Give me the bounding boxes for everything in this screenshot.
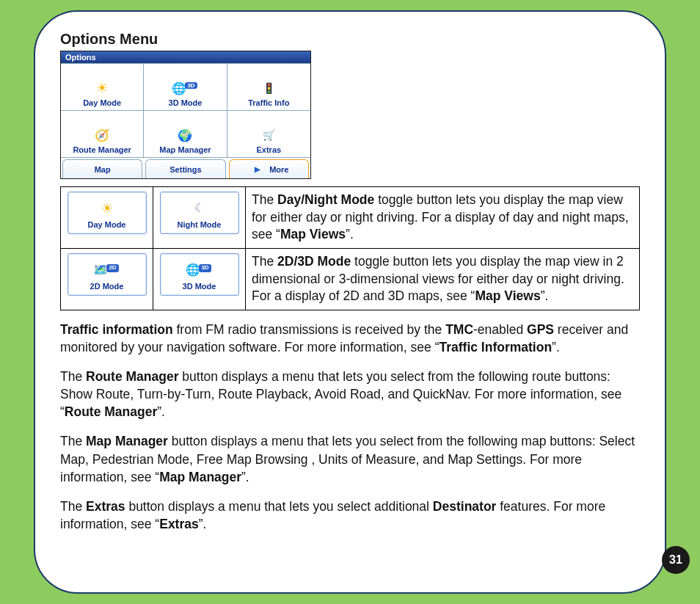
paragraph-map-manager: The Map Manager button displays a menu t… <box>60 432 640 485</box>
option-route-manager[interactable]: Route Manager <box>61 111 144 158</box>
cell-description: The 2D/3D Mode toggle button lets you di… <box>246 248 640 310</box>
button-label: 3D Mode <box>183 281 216 292</box>
button-label: Night Mode <box>178 219 222 230</box>
option-label: Extras <box>257 145 282 154</box>
cell-2d-mode-btn: 2D 2D Mode <box>61 248 153 310</box>
traffic-icon <box>260 79 277 97</box>
option-label: Traffic Info <box>248 98 289 107</box>
tab-map[interactable]: Map <box>62 159 142 178</box>
option-day-mode[interactable]: ☀ Day Mode <box>61 64 144 111</box>
tab-settings[interactable]: Settings <box>145 159 225 178</box>
option-traffic-info[interactable]: Traffic Info <box>227 64 310 111</box>
paragraph-route-manager: The Route Manager button displays a menu… <box>60 368 640 421</box>
manual-page: Options Menu Options ☀ Day Mode 3D 3D Mo… <box>34 10 666 594</box>
extras-icon <box>260 126 277 144</box>
table-row: 2D 2D Mode 3D 3D Mode The 2D/3D Mode tog… <box>61 248 640 310</box>
mode-2d-button[interactable]: 2D 2D Mode <box>68 253 147 296</box>
options-grid: ☀ Day Mode 3D 3D Mode Traffic Info Route… <box>61 63 310 158</box>
tab-more[interactable]: More <box>229 159 309 178</box>
cell-day-mode-btn: ☀ Day Mode <box>61 187 153 249</box>
day-mode-button[interactable]: ☀ Day Mode <box>68 192 147 234</box>
section-heading: Options Menu <box>60 31 640 48</box>
paragraph-traffic: Traffic information from FM radio transm… <box>60 321 640 356</box>
paragraph-extras: The Extras button displays a menu that l… <box>60 498 640 533</box>
moon-icon: ☾ <box>191 200 208 217</box>
mode-3d-button[interactable]: 3D 3D Mode <box>160 253 239 296</box>
button-label: Day Mode <box>88 219 126 230</box>
option-map-manager[interactable]: Map Manager <box>144 111 227 158</box>
options-window: Options ☀ Day Mode 3D 3D Mode Traffic In… <box>60 51 311 179</box>
sun-icon: ☀ <box>93 79 111 97</box>
option-label: Map Manager <box>159 145 211 154</box>
cell-3d-mode-btn: 3D 3D Mode <box>153 248 246 310</box>
table-row: ☀ Day Mode ☾ Night Mode The Day/Night Mo… <box>61 187 640 249</box>
play-icon <box>249 161 266 178</box>
sun-icon: ☀ <box>98 200 116 217</box>
badge-3d: 3D <box>185 82 197 89</box>
badge-2d: 2D <box>106 264 118 272</box>
badge-3d: 3D <box>199 264 211 272</box>
options-tabs: Map Settings More <box>61 158 310 178</box>
cell-night-mode-btn: ☾ Night Mode <box>153 187 246 249</box>
options-titlebar: Options <box>61 51 310 63</box>
option-label: 3D Mode <box>169 98 203 107</box>
description-table: ☀ Day Mode ☾ Night Mode The Day/Night Mo… <box>60 186 640 310</box>
night-mode-button[interactable]: ☾ Night Mode <box>160 192 239 234</box>
option-3d-mode[interactable]: 3D 3D Mode <box>144 64 227 111</box>
button-label: 2D Mode <box>90 281 124 292</box>
cell-description: The Day/Night Mode toggle button lets yo… <box>246 187 640 249</box>
page-number-badge: 31 <box>662 546 690 574</box>
option-label: Route Manager <box>73 145 131 154</box>
map-manager-icon <box>176 126 194 144</box>
option-extras[interactable]: Extras <box>227 111 310 158</box>
option-label: Day Mode <box>83 98 121 107</box>
route-icon <box>93 126 111 144</box>
